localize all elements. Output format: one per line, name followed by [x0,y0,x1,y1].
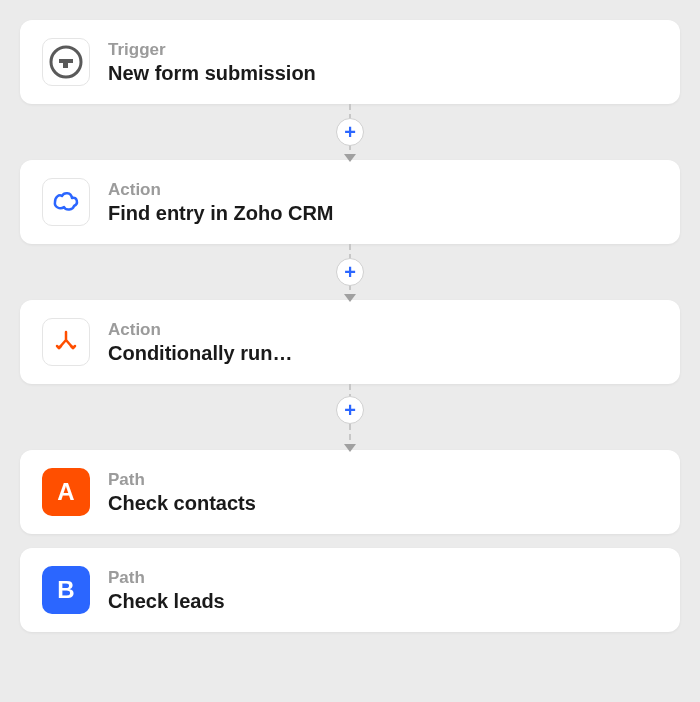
gravity-forms-icon [42,38,90,86]
arrow-down-icon [344,444,356,452]
path-title: Check leads [108,590,225,613]
path-card-b[interactable]: B Path Check leads [20,548,680,632]
add-step-button[interactable]: + [336,396,364,424]
step-text: Trigger New form submission [108,40,316,85]
step-type-label: Action [108,320,292,340]
path-card-a[interactable]: A Path Check contacts [20,450,680,534]
add-step-button[interactable]: + [336,258,364,286]
step-card-action[interactable]: Action Conditionally run… [20,300,680,384]
add-step-button[interactable]: + [336,118,364,146]
step-type-label: Action [108,180,334,200]
step-title: Conditionally run… [108,342,292,365]
path-text: Path Check contacts [108,470,256,515]
step-text: Action Conditionally run… [108,320,292,365]
connector: + [20,104,680,160]
path-letter-a: A [42,468,90,516]
step-card-action[interactable]: Action Find entry in Zoho CRM [20,160,680,244]
step-title: Find entry in Zoho CRM [108,202,334,225]
step-title: New form submission [108,62,316,85]
arrow-down-icon [344,154,356,162]
path-title: Check contacts [108,492,256,515]
connector: + [20,384,680,450]
path-letter-b: B [42,566,90,614]
connector: + [20,244,680,300]
step-type-label: Trigger [108,40,316,60]
zoho-crm-icon [42,178,90,226]
path-type-label: Path [108,470,256,490]
path-type-label: Path [108,568,225,588]
step-text: Action Find entry in Zoho CRM [108,180,334,225]
arrow-down-icon [344,294,356,302]
step-card-trigger[interactable]: Trigger New form submission [20,20,680,104]
branch-icon [42,318,90,366]
path-text: Path Check leads [108,568,225,613]
